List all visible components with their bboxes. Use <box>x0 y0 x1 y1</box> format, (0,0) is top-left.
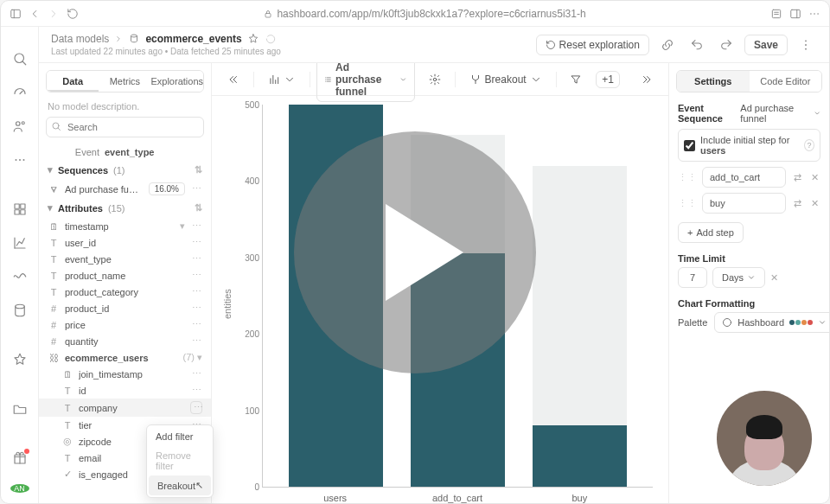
dashboard-icon[interactable] <box>12 85 28 103</box>
svg-point-4 <box>810 13 812 15</box>
palette-selector[interactable]: Hashboard <box>714 312 829 333</box>
clear-time-limit-icon[interactable]: ✕ <box>770 272 778 284</box>
presenter-avatar <box>717 391 812 486</box>
model-title[interactable]: ecommerce_events <box>145 33 241 45</box>
undo-icon[interactable] <box>686 34 708 56</box>
svg-rect-13 <box>15 204 19 208</box>
gift-icon[interactable] <box>12 450 28 469</box>
tree-row[interactable]: Tproduct_name⋯ <box>39 267 211 284</box>
reset-exploration-button[interactable]: Reset exploration <box>536 35 649 55</box>
collapse-right-icon[interactable] <box>634 70 660 89</box>
refresh-spin-icon[interactable] <box>265 33 277 45</box>
search-input[interactable] <box>46 117 204 137</box>
y-axis-label: entities <box>219 105 236 503</box>
tree-row[interactable]: ⛛Ad purchase funnel16.0%⋯ <box>39 180 211 198</box>
more-icon[interactable] <box>12 152 28 170</box>
tab-settings[interactable]: Settings <box>677 71 750 92</box>
kebab-icon[interactable] <box>795 34 817 56</box>
header-bar: Data models ecommerce_events Last update… <box>39 27 829 63</box>
nav-rail: AN <box>1 27 39 503</box>
svg-point-22 <box>805 48 807 49</box>
svg-point-19 <box>131 35 137 37</box>
user-avatar[interactable]: AN <box>10 484 29 493</box>
tree-section[interactable]: ▾ Attributes (15)⇅ <box>39 198 211 218</box>
time-limit-unit[interactable]: Days <box>712 267 765 288</box>
event-sequence-selector[interactable]: Ad purchase funnel <box>740 103 820 124</box>
tree-row[interactable]: 🗓join_timestamp⋯ <box>39 366 211 382</box>
link-icon[interactable] <box>656 34 679 56</box>
nav-reload-icon[interactable] <box>67 8 79 20</box>
remove-step-icon[interactable]: ✕ <box>808 198 820 209</box>
tree-row[interactable]: Tcompany⋯ <box>39 399 211 417</box>
svg-point-6 <box>817 13 819 15</box>
event-type-row[interactable]: Eventevent_type <box>39 144 211 160</box>
tree-row[interactable]: Tproduct_category⋯ <box>39 284 211 300</box>
tab-metrics[interactable]: Metrics <box>99 71 150 92</box>
swap-icon[interactable]: ⇄ <box>791 198 803 209</box>
remove-step-icon[interactable]: ✕ <box>808 172 820 183</box>
reader-icon[interactable] <box>770 8 782 20</box>
grid-icon[interactable] <box>12 201 28 220</box>
svg-rect-1 <box>265 13 271 17</box>
time-limit-value[interactable]: 7 <box>678 267 707 288</box>
cursor-icon: ↖ <box>195 480 203 491</box>
sidebar-toggle-icon[interactable] <box>10 8 22 20</box>
tab-code-editor[interactable]: Code Editor <box>750 71 822 92</box>
url-bar[interactable]: hashboard.com/app/m/k0ft3jub8ckxk1a7?exp… <box>86 8 763 20</box>
folder-icon[interactable] <box>12 401 28 419</box>
step-field-1[interactable]: add_to_cart <box>702 167 786 188</box>
panel-icon[interactable] <box>789 8 801 20</box>
overflow-icon[interactable] <box>808 8 820 20</box>
tree-row[interactable]: #quantity⋯ <box>39 333 211 349</box>
add-step-button[interactable]: + Add step <box>678 222 744 243</box>
nav-back-icon[interactable] <box>29 8 41 20</box>
lock-icon <box>263 9 273 19</box>
redo-icon[interactable] <box>715 34 737 56</box>
chart-type-dropdown[interactable] <box>261 70 303 89</box>
drag-handle-icon[interactable]: ⋮⋮ <box>678 198 697 209</box>
tree-row[interactable]: Tid⋯ <box>39 382 211 399</box>
wave-icon[interactable] <box>12 269 28 287</box>
menu-breakout[interactable]: Breakout↖ <box>149 475 211 495</box>
search-icon[interactable] <box>12 51 28 69</box>
chart-icon[interactable] <box>12 235 28 253</box>
svg-point-17 <box>15 304 24 309</box>
video-play-button[interactable] <box>294 131 536 373</box>
chevron-right-icon <box>114 35 123 43</box>
svg-point-5 <box>814 13 815 15</box>
svg-point-10 <box>15 159 16 161</box>
tree-row[interactable]: Tevent_type⋯ <box>39 251 211 267</box>
star-outline-icon[interactable] <box>247 33 259 45</box>
model-description: No model description. <box>39 99 211 117</box>
model-subtitle: Last updated 22 minutes ago • Data fetch… <box>51 47 281 56</box>
joined-model-header[interactable]: ⛓ecommerce_users(7) ▾ <box>39 349 211 366</box>
people-icon[interactable] <box>12 118 28 137</box>
database-icon[interactable] <box>12 303 28 321</box>
help-icon[interactable]: ? <box>804 139 814 151</box>
tree-section[interactable]: ▾ Sequences (1)⇅ <box>39 160 211 180</box>
svg-rect-16 <box>20 210 24 214</box>
tab-data[interactable]: Data <box>47 71 99 92</box>
breadcrumb-parent[interactable]: Data models <box>51 33 109 45</box>
collapse-left-icon[interactable] <box>220 70 246 89</box>
filter-count-chip[interactable]: +1 <box>596 71 620 88</box>
star-icon[interactable] <box>12 352 28 370</box>
tree-row[interactable]: #product_id⋯ <box>39 300 211 316</box>
tree-row[interactable]: 🗓timestamp▾⋯ <box>39 218 211 234</box>
save-button[interactable]: Save <box>744 35 788 55</box>
svg-rect-0 <box>11 10 21 17</box>
swap-icon[interactable]: ⇄ <box>791 172 803 183</box>
settings-gear-icon[interactable] <box>422 70 448 89</box>
tab-explorations[interactable]: Explorations <box>150 71 203 92</box>
context-menu: Add filter Remove filter Breakout↖ <box>146 424 214 498</box>
tree-row[interactable]: #price⋯ <box>39 316 211 333</box>
menu-add-filter[interactable]: Add filter <box>147 427 213 446</box>
include-initial-step-checkbox[interactable]: Include initial step for users ? <box>678 129 820 162</box>
breakout-dropdown[interactable]: Breakout <box>463 70 549 89</box>
step-field-2[interactable]: buy <box>702 193 786 214</box>
drag-handle-icon[interactable]: ⋮⋮ <box>678 172 697 183</box>
filter-button[interactable] <box>563 70 589 89</box>
svg-point-21 <box>805 44 807 46</box>
svg-point-11 <box>19 159 21 161</box>
tree-row[interactable]: Tuser_id⋯ <box>39 234 211 251</box>
